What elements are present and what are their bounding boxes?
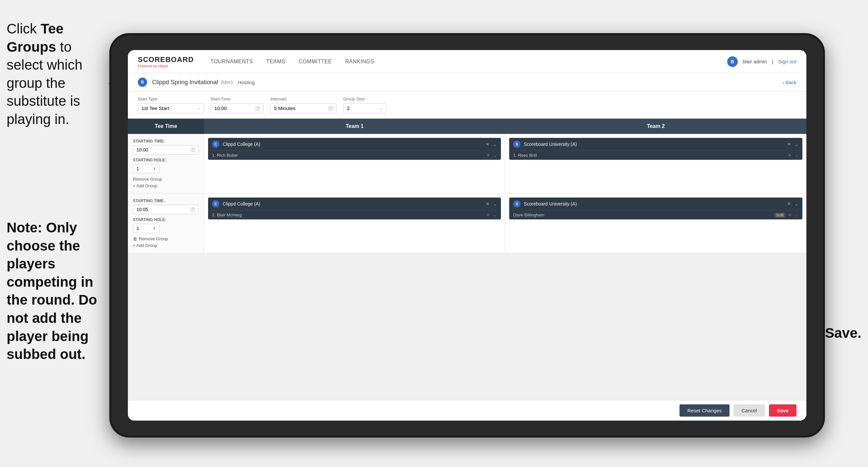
clock-icon-3: 🕐 — [190, 147, 195, 152]
start-type-label: Start Type — [138, 96, 204, 101]
player-close-icon-4[interactable]: ✕ — [788, 212, 792, 217]
logo-sub: Powered by clippd — [138, 64, 194, 68]
expand-icon-2[interactable]: ⌄ — [795, 142, 799, 147]
group-2-team2-card[interactable]: S Scoreboard University (A) ✕ ⌄ Dave Bil… — [509, 198, 802, 220]
settings-row: Start Type 1st Tee Start ⌄ Start Time 10… — [128, 91, 806, 119]
player-expand-icon[interactable]: ⌄ — [493, 153, 497, 158]
player-expand-icon-4[interactable]: ⌄ — [795, 212, 799, 217]
group-1-team2-player-1: 1. Rees Britt ✕ ⌄ — [509, 150, 802, 160]
player-actions-3: ✕ ⌄ — [486, 212, 497, 217]
remove-group-2-button[interactable]: 🗑 Remove Group — [133, 236, 199, 241]
player-actions-2: ✕ ⌄ — [788, 153, 799, 158]
group-size-label: Group Size — [343, 96, 386, 101]
expand-icon-4[interactable]: ⌄ — [795, 201, 799, 206]
group-1-team2-header: S Scoreboard University (A) ✕ ⌄ — [509, 138, 802, 150]
tablet-shell: SCOREBOARD Powered by clippd TOURNAMENTS… — [109, 33, 825, 438]
add-group-2-button[interactable]: + Add Group — [133, 243, 199, 248]
group-1-team1-logo: C — [212, 141, 219, 148]
main-content: Start Type 1st Tee Start ⌄ Start Time 10… — [128, 91, 806, 400]
nav-tournaments[interactable]: TOURNAMENTS — [210, 59, 253, 65]
player-expand-icon-2[interactable]: ⌄ — [795, 153, 799, 158]
left-annotation-note: Note: Only choose the players competing … — [0, 212, 113, 370]
close-icon-1[interactable]: ✕ — [486, 142, 490, 147]
spinner-icon-2: ⬍ — [153, 226, 156, 231]
player-close-icon[interactable]: ✕ — [486, 153, 490, 158]
tee-groups-bold: Tee Groups — [7, 21, 64, 55]
group-1-team2-logo: S — [513, 141, 521, 148]
save-button[interactable]: Save — [769, 404, 797, 417]
tee-time-header: Tee Time — [128, 119, 204, 134]
player-close-icon-3[interactable]: ✕ — [486, 212, 490, 217]
footer-bar: Reset Changes Cancel Save — [128, 400, 806, 420]
group-1-team2-name: Scoreboard University (A) — [524, 142, 787, 147]
reset-changes-button[interactable]: Reset Changes — [680, 404, 730, 417]
group-2-actions: 🗑 Remove Group + Add Group — [133, 236, 199, 248]
start-time-label: Start Time — [211, 96, 264, 101]
pipe-separator: | — [772, 59, 773, 64]
user-name: blair admin — [743, 59, 767, 64]
hole-input-1[interactable]: 1 ⬍ — [133, 164, 159, 173]
time-input-1[interactable]: 10:00 🕐 — [133, 145, 199, 154]
group-2-team1-logo: C — [212, 200, 219, 207]
tournament-badge: (Men) — [221, 80, 233, 85]
add-group-1-button[interactable]: + Add Group — [133, 183, 199, 188]
close-icon-2[interactable]: ✕ — [787, 142, 791, 147]
hole-input-2[interactable]: 1 ⬍ — [133, 224, 159, 233]
back-button[interactable]: ‹ Back — [782, 80, 797, 85]
group-2-team1-card[interactable]: C Clippd College (A) ✕ ⌄ 2. Blair McHarg — [208, 198, 501, 220]
nav-committee[interactable]: COMMITTEE — [299, 59, 332, 65]
group-2-team1-player-1: 2. Blair McHarg ✕ ⌄ — [208, 210, 501, 220]
starting-hole-label-2: STARTING HOLE: — [133, 217, 199, 222]
player-name-4: Dave Billingham — [513, 212, 774, 217]
player-expand-icon-3[interactable]: ⌄ — [493, 212, 497, 217]
cancel-button[interactable]: Cancel — [734, 404, 765, 417]
team2-header: Team 2 — [505, 119, 806, 134]
intervals-input[interactable]: 5 Minutes 🕐 — [270, 103, 337, 113]
group-2-team2-cell: S Scoreboard University (A) ✕ ⌄ Dave Bil… — [505, 194, 806, 253]
close-icon-3[interactable]: ✕ — [486, 201, 490, 206]
logo-text: SCOREBOARD — [138, 55, 194, 64]
nav-teams[interactable]: TEAMS — [266, 59, 286, 65]
nav-rankings[interactable]: RANKINGS — [345, 59, 374, 65]
group-1-controls: STARTING TIME: 10:00 🕐 STARTING HOLE: 1 … — [128, 134, 204, 193]
intervals-label: Intervals — [270, 96, 337, 101]
group-2-team1-cell: C Clippd College (A) ✕ ⌄ 2. Blair McHarg — [204, 194, 505, 253]
intervals-value: 5 Minutes — [274, 106, 296, 111]
group-2-team2-name: Scoreboard University (A) — [524, 201, 787, 206]
trash-icon-2: 🗑 — [133, 236, 137, 241]
start-type-value: 1st Tee Start — [142, 106, 169, 111]
starting-time-label-1: STARTING TIME: — [133, 139, 199, 144]
time-input-2[interactable]: 10:05 🕐 — [133, 205, 199, 214]
intervals-field: Intervals 5 Minutes 🕐 — [270, 96, 337, 113]
player-name-3: 2. Blair McHarg — [212, 212, 486, 217]
player-name-2: 1. Rees Britt — [513, 153, 788, 158]
clock-icon: 🕐 — [255, 106, 260, 111]
group-2-team2-actions: ✕ ⌄ — [787, 201, 799, 206]
sign-out-link[interactable]: Sign out — [778, 59, 797, 64]
clock-icon-4: 🕐 — [190, 207, 195, 212]
start-time-input[interactable]: 10:00 🕐 — [211, 103, 264, 113]
spinner-icon-1: ⬍ — [153, 167, 156, 171]
expand-icon-1[interactable]: ⌄ — [493, 142, 497, 147]
group-size-input[interactable]: 2 ⌄ — [343, 103, 386, 113]
player-actions: ✕ ⌄ — [486, 153, 497, 158]
tournament-logo: B — [138, 78, 147, 87]
group-1-team2-card[interactable]: S Scoreboard University (A) ✕ ⌄ 1. Rees … — [509, 138, 802, 160]
group-size-value: 2 — [347, 106, 349, 111]
table-header: Tee Time Team 1 Team 2 — [128, 119, 806, 134]
navbar: SCOREBOARD Powered by clippd TOURNAMENTS… — [128, 50, 806, 73]
group-2-team1-actions: ✕ ⌄ — [486, 201, 497, 206]
team1-header: Team 1 — [204, 119, 505, 134]
group-1-team1-card[interactable]: C Clippd College (A) ✕ ⌄ 1. Rich Butler — [208, 138, 501, 160]
group-1-team1-name: Clippd College (A) — [223, 142, 486, 147]
group-1-team1-cell: C Clippd College (A) ✕ ⌄ 1. Rich Butler — [204, 134, 505, 193]
hosting-label: Hosting — [238, 80, 255, 85]
remove-group-1-button[interactable]: Remove Group — [133, 177, 199, 182]
clock-icon-2: 🕐 — [328, 106, 333, 111]
expand-icon-3[interactable]: ⌄ — [493, 201, 497, 206]
group-1-actions: Remove Group + Add Group — [133, 177, 199, 188]
close-icon-4[interactable]: ✕ — [787, 201, 791, 206]
note-label: Note: Only choose the players competing … — [7, 220, 97, 362]
player-close-icon-2[interactable]: ✕ — [788, 153, 792, 158]
start-type-input[interactable]: 1st Tee Start ⌄ — [138, 103, 204, 113]
